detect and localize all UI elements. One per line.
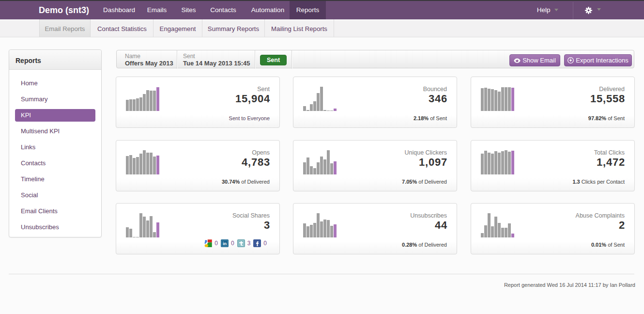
svg-text:in: in xyxy=(223,241,227,246)
